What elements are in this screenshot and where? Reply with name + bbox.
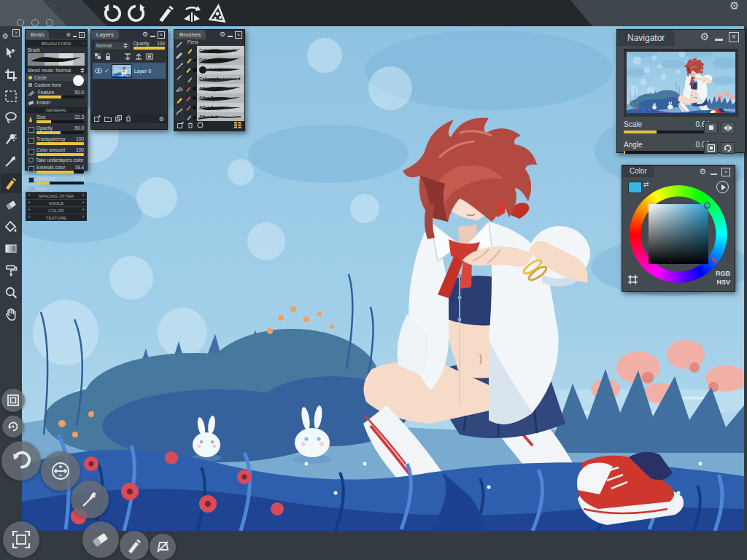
duplicate-layer-icon[interactable] <box>115 115 122 122</box>
new-brush-icon[interactable] <box>177 122 184 129</box>
sv-square[interactable] <box>649 204 708 264</box>
brush-item[interactable]: | Caligraphy textured <box>185 74 244 84</box>
category-ink-pen-icon[interactable] <box>176 63 183 71</box>
angle-section-header[interactable]: +ANGLE+ <box>26 199 87 206</box>
rgb-label[interactable]: RGB <box>716 270 730 277</box>
brush-panel-gear-icon[interactable]: ⚙ <box>66 31 71 38</box>
pressure-icon[interactable] <box>28 116 33 120</box>
brush-item[interactable]: After 3 <box>185 103 244 112</box>
eyedropper-button[interactable] <box>71 481 109 518</box>
tool-fill[interactable] <box>1 217 21 237</box>
stabilizer-checkbox[interactable] <box>28 177 34 183</box>
window-dot-1[interactable] <box>17 19 24 26</box>
brush-panel-close-icon[interactable]: × <box>79 32 85 38</box>
navigator-stop-icon[interactable] <box>704 122 718 133</box>
color-section-header[interactable]: +COLOR+ <box>26 206 87 214</box>
layer-row[interactable]: ✓ Layer 0 <box>93 63 166 79</box>
color-amount-checkbox[interactable] <box>28 149 34 155</box>
texture-section-header[interactable]: +TEXTURE+ <box>26 214 87 221</box>
color-minimize-icon[interactable] <box>711 174 717 175</box>
extends-color-checkbox[interactable] <box>28 166 34 172</box>
color-gear-icon[interactable]: ⚙ <box>699 168 706 175</box>
general-section-header[interactable]: GENERAL- <box>26 106 87 113</box>
brush-button[interactable] <box>120 531 149 560</box>
tool-brush-active[interactable] <box>1 173 21 193</box>
rope-radio-icon[interactable] <box>28 186 34 191</box>
brushes-panel-minimize-icon[interactable] <box>228 36 233 37</box>
layer-blend-mode-select[interactable]: Normal <box>93 41 131 50</box>
spacing-jitter-section-header[interactable]: +SPACING JITTER+ <box>26 192 87 199</box>
lock-layer-icon[interactable] <box>105 53 111 61</box>
layers-panel-gear-icon[interactable]: ⚙ <box>142 31 148 38</box>
layer-visibility-eye-icon[interactable] <box>95 68 102 74</box>
corner-frame-button[interactable] <box>1 389 25 412</box>
tool-zoom[interactable] <box>1 282 21 303</box>
feature-slider[interactable]: Feature50.0 <box>26 88 87 99</box>
tool-gradient[interactable] <box>1 238 21 259</box>
clipping-mask-icon[interactable] <box>146 53 153 61</box>
new-folder-icon[interactable] <box>104 116 112 122</box>
delete-layer-icon[interactable] <box>125 115 131 122</box>
brush-panel-minimize-icon[interactable] <box>73 36 77 37</box>
category-marker-icon[interactable] <box>176 52 183 60</box>
fit-screen-button[interactable] <box>3 521 39 558</box>
navigator-scale-control[interactable]: Scale0.64 <box>624 120 738 139</box>
brush-options-icon[interactable] <box>197 122 204 129</box>
layers-panel-close-icon[interactable]: × <box>158 31 165 39</box>
brush-tip-preview-circle[interactable] <box>73 75 84 86</box>
color-frame-icon[interactable] <box>628 275 638 285</box>
brush-item[interactable]: After 2 <box>185 93 244 103</box>
tool-roller[interactable] <box>1 260 21 281</box>
color-amount-slider[interactable]: Color amount100 <box>26 146 87 157</box>
category-quill-icon[interactable] <box>176 74 183 82</box>
scatter-brush-icon[interactable] <box>206 1 231 25</box>
category-pencil-icon[interactable] <box>176 41 183 49</box>
take-underlayers-option[interactable]: Take underlayers color <box>26 157 87 163</box>
category-ink-brush-icon[interactable] <box>176 108 183 116</box>
tool-hand[interactable] <box>1 304 21 324</box>
brush-item[interactable]: Simple ink <box>185 65 244 74</box>
swap-colors-icon[interactable]: ⇄ <box>643 181 649 188</box>
blend-mode-select[interactable]: Blend mode: Normal <box>26 66 87 74</box>
brush-item[interactable]: After 1 <box>185 84 244 93</box>
eraser-option[interactable]: Eraser <box>26 99 87 106</box>
undo-icon[interactable] <box>100 1 123 25</box>
merge-visible-icon[interactable] <box>135 53 142 61</box>
merge-down-icon[interactable] <box>124 53 131 61</box>
tool-lasso[interactable] <box>1 107 21 128</box>
brushes-panel-gear-icon[interactable]: ⚙ <box>220 31 225 38</box>
delete-brush-icon[interactable] <box>187 122 193 129</box>
current-color-swatch[interactable] <box>628 182 642 193</box>
category-knife-icon[interactable] <box>176 85 183 93</box>
transparency-checkbox[interactable] <box>28 138 34 144</box>
navigator-thumbnail[interactable] <box>627 52 735 113</box>
navigator-reset-rotation-icon[interactable] <box>721 142 735 154</box>
brushes-panel-close-icon[interactable]: × <box>235 31 242 39</box>
extends-color-slider[interactable]: Extends color78.4 <box>26 163 87 174</box>
rope-option[interactable]: Rope <box>26 185 87 192</box>
brush-item[interactable]: Caligraphy 1 <box>185 55 244 65</box>
navigator-frame-icon[interactable] <box>704 142 718 154</box>
tool-smudge[interactable] <box>1 129 21 149</box>
tool-crop[interactable] <box>1 65 21 85</box>
stabilizer-slider[interactable]: Stabilizer27.5 <box>26 174 87 185</box>
hsv-label[interactable]: HSV <box>716 279 730 286</box>
redo-icon[interactable] <box>125 1 149 25</box>
tool-eraser[interactable] <box>1 195 21 215</box>
brush-size-button[interactable] <box>41 451 80 491</box>
sv-selector[interactable] <box>704 202 711 209</box>
tool-eyedropper[interactable] <box>1 151 21 171</box>
tool-move[interactable] <box>1 43 21 63</box>
window-dot-2[interactable] <box>31 19 39 26</box>
lock-transparency-icon[interactable] <box>95 53 101 61</box>
blend-mode-stepper-icon[interactable] <box>80 67 85 74</box>
eraser-button[interactable] <box>82 521 119 558</box>
transparency-slider[interactable]: Transparency100 <box>26 135 87 146</box>
brush-list-menu-icon[interactable] <box>234 122 241 129</box>
navigator-flip-icon[interactable] <box>721 122 735 133</box>
layers-panel-minimize-icon[interactable] <box>150 36 155 37</box>
new-layer-icon[interactable] <box>94 115 101 122</box>
navigator-close-icon[interactable]: × <box>729 32 739 42</box>
layer-check-icon[interactable]: ✓ <box>104 68 109 74</box>
brush-item[interactable]: | Caligraphy simple <box>185 46 244 55</box>
